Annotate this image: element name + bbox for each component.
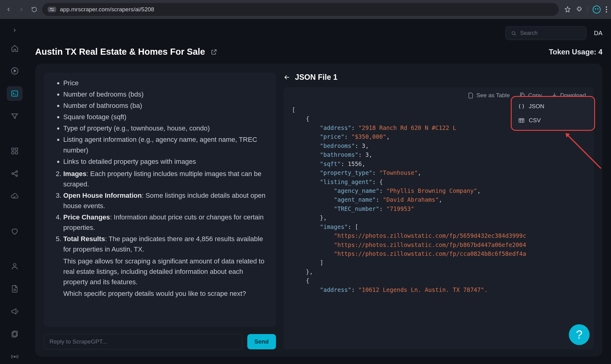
json-title: JSON File 1 (295, 73, 337, 82)
svg-point-17 (14, 356, 15, 357)
chat-question: Which specific property details would yo… (63, 289, 266, 299)
svg-point-2 (606, 6, 607, 8)
page-header: Austin TX Real Estate & Homes For Sale T… (35, 47, 602, 57)
svg-rect-10 (15, 152, 18, 154)
url-text: app.mrscraper.com/scrapers/ai/5208 (60, 6, 154, 13)
list-item: Links to detailed property pages with im… (63, 156, 266, 167)
svg-rect-20 (519, 119, 524, 123)
content-card: PriceNumber of bedrooms (bds)Number of b… (35, 64, 602, 357)
sidebar-item-grid[interactable] (7, 144, 23, 158)
chat-input[interactable] (44, 334, 242, 349)
sidebar-item-cloud[interactable] (7, 189, 23, 204)
chat-paragraph: This page allows for scraping a signific… (63, 256, 266, 287)
sidebar-item-heart[interactable] (7, 224, 23, 239)
see-table-button[interactable]: See as Table (468, 92, 510, 99)
dropdown-item-json[interactable]: JSON (512, 99, 594, 113)
back-button[interactable] (4, 5, 13, 14)
svg-rect-7 (12, 148, 14, 151)
divider (587, 6, 588, 13)
download-dropdown: JSON CSV (511, 96, 595, 131)
svg-rect-9 (12, 152, 14, 154)
json-header: JSON File 1 (283, 73, 594, 82)
svg-point-0 (50, 8, 51, 9)
table-icon (518, 118, 525, 123)
list-item: Images: Each property listing includes m… (63, 169, 266, 189)
search-icon (511, 30, 516, 36)
forward-button[interactable] (17, 5, 26, 14)
braces-icon (518, 104, 525, 109)
token-usage: Token Usage: 4 (549, 48, 602, 56)
page-title-text: Austin TX Real Estate & Homes For Sale (35, 47, 205, 57)
sidebar-item-play[interactable] (7, 64, 23, 78)
extensions-icon[interactable] (576, 6, 583, 13)
list-item: Number of bedrooms (bds) (63, 89, 266, 100)
svg-point-14 (13, 264, 16, 267)
help-button[interactable]: ? (569, 324, 590, 345)
list-item: Square footage (sqft) (63, 112, 266, 122)
sidebar-item-user[interactable] (7, 259, 23, 274)
sidebar-item-megaphone[interactable] (7, 304, 23, 319)
profile-icon[interactable] (593, 6, 601, 13)
sidebar-item-terminal[interactable] (7, 86, 23, 101)
token-count: 4 (598, 48, 602, 56)
svg-rect-6 (12, 91, 18, 96)
topbar: DA (35, 26, 602, 40)
file-icon (468, 92, 473, 98)
help-label: ? (576, 328, 582, 341)
sidebar (0, 19, 29, 364)
svg-rect-8 (15, 148, 18, 151)
dropdown-item-csv[interactable]: CSV (512, 113, 594, 127)
browser-chrome: app.mrscraper.com/scrapers/ai/5208 (0, 0, 611, 19)
list-item: Listing agent information (e.g., agency … (63, 134, 266, 155)
main-content: DA Austin TX Real Estate & Homes For Sal… (29, 19, 611, 364)
svg-point-4 (606, 11, 607, 13)
svg-point-3 (606, 9, 607, 10)
url-bar[interactable]: app.mrscraper.com/scrapers/ai/5208 (42, 3, 559, 16)
chat-input-row: Send (44, 334, 276, 349)
send-button[interactable]: Send (247, 334, 276, 349)
external-link-icon[interactable] (211, 49, 217, 55)
annotation-arrow (560, 127, 602, 170)
sidebar-item-document[interactable] (7, 281, 23, 296)
chat-body: PriceNumber of bedrooms (bds)Number of b… (44, 73, 276, 327)
menu-icon[interactable] (605, 6, 607, 13)
chat-panel: PriceNumber of bedrooms (bds)Number of b… (44, 73, 276, 349)
bookmark-icon[interactable] (564, 6, 571, 13)
list-item: Total Results: The page indicates there … (63, 234, 266, 255)
reload-button[interactable] (29, 5, 39, 14)
sidebar-item-broadcast[interactable] (7, 349, 23, 364)
page-title: Austin TX Real Estate & Homes For Sale (35, 47, 217, 57)
numbered-list: Images: Each property listing includes m… (53, 169, 266, 255)
sidebar-item-filter[interactable] (7, 109, 23, 123)
token-label: Token Usage: (549, 48, 598, 56)
svg-point-18 (512, 31, 515, 35)
search-box[interactable] (505, 26, 587, 40)
list-item: Type of property (e.g., townhouse, house… (63, 123, 266, 134)
search-input[interactable] (520, 30, 581, 36)
list-item: Open House Information: Some listings in… (63, 190, 266, 211)
json-panel: JSON File 1 See as Table Copy (283, 73, 594, 349)
user-badge[interactable]: DA (594, 30, 602, 37)
list-item: Price (63, 78, 266, 88)
list-item: Number of bathrooms (ba) (63, 101, 266, 111)
site-settings-icon[interactable] (48, 7, 56, 12)
back-arrow-icon[interactable] (283, 74, 291, 81)
json-code[interactable]: [ { "address": "2918 Ranch Rd 620 N #C12… (283, 102, 594, 349)
list-item: Price Changes: Information about price c… (63, 212, 266, 233)
svg-point-1 (53, 10, 53, 11)
sidebar-toggle-icon[interactable] (12, 28, 17, 33)
bullet-list: PriceNumber of bedrooms (bds)Number of b… (53, 78, 266, 167)
sidebar-item-share[interactable] (7, 166, 23, 181)
sidebar-item-home[interactable] (7, 41, 23, 56)
sidebar-item-pages[interactable] (7, 327, 23, 341)
